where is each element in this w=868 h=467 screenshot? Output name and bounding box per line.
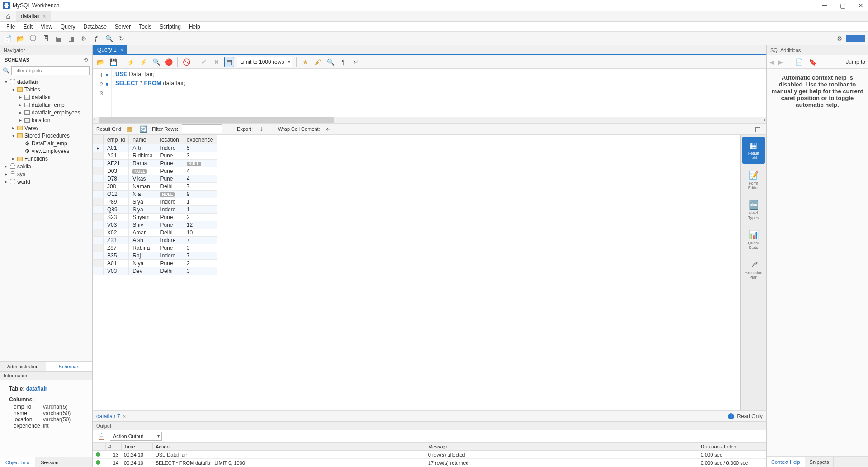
table-row[interactable]: ▸A01ArtiIndore5 (93, 144, 217, 152)
reconnect-icon[interactable]: ↻ (117, 33, 127, 43)
table-row[interactable]: AF21RamaPuneNULL (93, 160, 217, 167)
home-icon[interactable]: ⌂ (0, 11, 16, 21)
new-view-icon[interactable]: ▥ (66, 33, 76, 43)
table-row[interactable]: A01NiyaPune2 (93, 260, 217, 267)
db-node[interactable]: ▸world (2, 178, 90, 186)
execute-current-icon[interactable]: ⚡ (138, 57, 148, 67)
sp-node[interactable]: ⚙DataFlair_emp (2, 139, 90, 147)
row-limit-select[interactable]: Limit to 1000 rows (237, 57, 292, 67)
menu-tools[interactable]: Tools (135, 23, 155, 31)
tab-snippets[interactable]: Snippets (805, 457, 834, 467)
export-icon[interactable]: ⤓ (256, 124, 266, 134)
menu-server[interactable]: Server (111, 23, 134, 31)
new-table-icon[interactable]: ▦ (53, 33, 63, 43)
toggle-autocommit-icon[interactable]: 🚫 (181, 57, 191, 67)
menu-edit[interactable]: Edit (19, 23, 36, 31)
query-tab[interactable]: Query 1 × (93, 45, 127, 54)
output-row[interactable]: 1400:24:10SELECT * FROM dataflair LIMIT … (93, 459, 766, 467)
output-list-icon[interactable]: 📋 (96, 431, 106, 441)
refresh-icon[interactable]: ⟲ (84, 57, 88, 63)
forward-icon[interactable]: ▶ (778, 58, 783, 66)
filter-toggle-icon[interactable]: 🔄 (138, 124, 148, 134)
sp-node[interactable]: ⚙viewEmployees (2, 147, 90, 155)
result-tab[interactable]: dataflair 7 × (96, 413, 126, 419)
table-row[interactable]: D78VikasPune4 (93, 175, 217, 183)
stop-icon[interactable]: ⛔ (164, 57, 174, 67)
result-view-query-stats[interactable]: 📊QueryStats (742, 226, 765, 253)
filter-rows-input[interactable] (182, 124, 222, 133)
table-row[interactable]: Z23AishIndore7 (93, 237, 217, 244)
result-grid[interactable]: emp_idnamelocationexperience▸A01ArtiIndo… (93, 135, 740, 410)
jump-to-label[interactable]: Jump to (846, 59, 865, 65)
table-row[interactable]: A21RidhimaPune3 (93, 152, 217, 160)
help-topic-icon[interactable]: 📄 (794, 57, 804, 67)
grid-view-icon[interactable]: ▦ (125, 124, 135, 134)
close-icon[interactable]: × (120, 47, 123, 52)
output-row[interactable]: 1300:24:10USE DataFlair0 row(s) affected… (93, 451, 766, 459)
panel-toggle[interactable] (846, 35, 865, 42)
menu-view[interactable]: View (37, 23, 56, 31)
info-icon[interactable]: i (728, 413, 734, 419)
result-view-result-grid[interactable]: ▦ResultGrid (742, 137, 765, 164)
db-node[interactable]: ▸sys (2, 170, 90, 178)
inspector-icon[interactable]: ⓘ (28, 33, 38, 43)
table-row[interactable]: B35RajIndore7 (93, 252, 217, 260)
minimize-button[interactable]: ─ (820, 1, 829, 10)
db-node-dataflair[interactable]: ▾dataflair (2, 78, 90, 86)
close-icon[interactable]: × (123, 414, 126, 419)
table-row[interactable]: P89SiyaIndore1 (93, 198, 217, 206)
close-button[interactable]: ✕ (856, 1, 865, 10)
tables-node[interactable]: ▾Tables (2, 86, 90, 93)
schema-filter-input[interactable] (11, 66, 90, 75)
commit-icon[interactable]: ✔ (199, 57, 209, 67)
gear-icon[interactable]: ⚙ (835, 33, 844, 43)
table-row[interactable]: V03DevDelhi3 (93, 267, 217, 275)
new-schema-icon[interactable]: 🗄 (41, 33, 51, 43)
table-row[interactable]: S23ShyamPune2 (93, 214, 217, 221)
wrap-toggle-icon[interactable]: ↵ (324, 124, 334, 134)
menu-database[interactable]: Database (80, 23, 110, 31)
new-sql-tab-icon[interactable]: 📄 (3, 33, 13, 43)
db-node[interactable]: ▸sakila (2, 162, 90, 170)
connection-tab[interactable]: dataflair × (16, 11, 51, 21)
table-row[interactable]: O12NiaNULL9 (93, 191, 217, 198)
table-row[interactable]: D03NULLPune4 (93, 167, 217, 175)
functions-node[interactable]: ▸Functions (2, 155, 90, 162)
tab-schemas[interactable]: Schemas (46, 362, 92, 371)
open-file-icon[interactable]: 📂 (95, 57, 105, 67)
table-node[interactable]: ▸dataflair_emp (2, 101, 90, 109)
table-node[interactable]: ▸dataflair_employees (2, 109, 90, 116)
auto-help-icon[interactable]: 🔖 (807, 57, 817, 67)
search-icon[interactable]: 🔍 (104, 33, 114, 43)
execute-icon[interactable]: ⚡ (126, 57, 136, 67)
tab-object-info[interactable]: Object Info (0, 457, 35, 467)
menu-file[interactable]: File (3, 23, 19, 31)
tab-context-help[interactable]: Context Help (767, 457, 805, 467)
views-node[interactable]: ▸Views (2, 124, 90, 132)
editor-scrollbar[interactable]: ‹› (93, 117, 766, 123)
tab-session[interactable]: Session (35, 457, 64, 467)
rollback-icon[interactable]: ✖ (212, 57, 222, 67)
menu-help[interactable]: Help (185, 23, 204, 31)
pin-icon[interactable]: ◫ (753, 124, 763, 134)
new-fn-icon[interactable]: ƒ (91, 33, 101, 43)
menu-scripting[interactable]: Scripting (156, 23, 184, 31)
save-icon[interactable]: 💾 (108, 57, 118, 67)
new-sp-icon[interactable]: ⚙ (79, 33, 89, 43)
brush-icon[interactable]: 🖌 (313, 57, 323, 67)
result-view-field-types[interactable]: 🔤FieldTypes (742, 196, 765, 224)
toggle-invisible-icon[interactable]: ¶ (338, 57, 348, 67)
output-type-select[interactable]: Action Output (110, 432, 162, 441)
explain-icon[interactable]: 🔍 (151, 57, 161, 67)
beautify-icon[interactable]: ★ (300, 57, 310, 67)
close-icon[interactable]: × (43, 13, 46, 19)
table-row[interactable]: J08NamanDelhi7 (93, 183, 217, 191)
table-row[interactable]: V03ShivPune12 (93, 221, 217, 229)
table-row[interactable]: X02AmanDelhi10 (93, 229, 217, 237)
toggle-wrap-icon[interactable]: ↵ (351, 57, 361, 67)
table-node[interactable]: ▸dataflair (2, 93, 90, 101)
menu-query[interactable]: Query (57, 23, 79, 31)
back-icon[interactable]: ◀ (769, 58, 774, 66)
tab-administration[interactable]: Administration (0, 362, 46, 371)
find-icon[interactable]: 🔍 (326, 57, 335, 67)
